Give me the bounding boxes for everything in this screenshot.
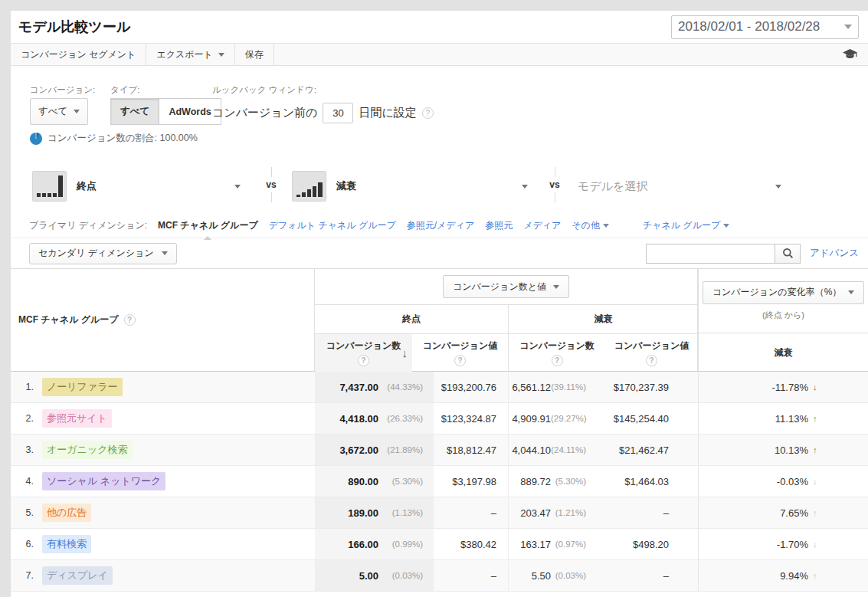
channel-label: 有料検索: [42, 535, 91, 553]
export-button[interactable]: エクスポート: [146, 44, 234, 65]
cell-percent-change: 9.94% ↑: [698, 560, 868, 591]
save-button[interactable]: 保存: [235, 44, 274, 65]
dimension-other[interactable]: その他: [572, 219, 609, 232]
conversion-ratio-text: コンバージョン数の割合: 100.00%: [47, 132, 198, 145]
row-rank: 4.: [17, 476, 34, 487]
group-header-last-interaction: 終点: [315, 305, 509, 333]
cell-value-model2: –: [594, 497, 698, 528]
primary-dimension-label: プライマリ ディメンション:: [29, 219, 147, 232]
channel-label: オーガニック検索: [42, 441, 133, 459]
table-search: アドバンス: [646, 244, 859, 264]
cell-conversions-model2: 163.17 (0.97%): [509, 529, 594, 559]
cell-value-model2: $21,462.47: [594, 435, 698, 465]
chevron-down-icon: [603, 224, 609, 228]
toolbar: コンバージョン セグメント エクスポート 保存: [11, 44, 868, 66]
search-button[interactable]: [775, 244, 801, 264]
table-row: 4. ソーシャル ネットワーク 890.00 (5.30%) $3,197.98…: [11, 466, 868, 497]
cell-value-model2: –: [594, 560, 698, 591]
dimension-mcf-channel-group[interactable]: MCF チャネル グループ: [158, 219, 258, 232]
cell-conversions-model2: 203.47 (1.21%): [509, 497, 594, 528]
date-range-selector[interactable]: 2018/02/01 - 2018/02/28: [671, 15, 859, 39]
cell-conversions-model1: 5.00 (0.03%): [315, 560, 434, 591]
help-icon[interactable]: ?: [422, 107, 434, 119]
chevron-down-icon: [775, 185, 781, 189]
cell-value-model2: $498.20: [594, 529, 698, 559]
cell-conversions-model2: 4,909.91 (29.27%): [509, 403, 594, 434]
cell-percent-change: -1.70% ↓: [698, 529, 868, 559]
change-metric-dropdown[interactable]: コンバージョンの変化率（%）: [703, 281, 865, 304]
trend-arrow-icon: ↑: [813, 571, 821, 580]
column-header-value-2[interactable]: コンバージョン値 ?: [605, 334, 698, 372]
channel-label: 参照元サイト: [42, 409, 112, 428]
chevron-down-icon: [74, 110, 80, 113]
help-icon[interactable]: ?: [454, 355, 466, 366]
cell-value-model1: $123,324.87: [434, 403, 509, 434]
help-icon[interactable]: ?: [552, 355, 563, 366]
model-selectors: 終点 vs 減衰 vs モデルを選択: [11, 161, 868, 213]
row-rank: 6.: [17, 539, 34, 549]
dimension-source[interactable]: 参照元: [485, 219, 513, 232]
column-header-value-1[interactable]: コンバージョン値 ?: [412, 334, 509, 372]
cell-value-model1: $3,197.98: [434, 466, 509, 497]
search-input[interactable]: [646, 244, 775, 264]
help-icon[interactable]: ?: [646, 355, 657, 366]
conversion-segments-button[interactable]: コンバージョン セグメント: [11, 44, 146, 65]
row-rank: 2.: [17, 413, 34, 424]
table-row: 3. オーガニック検索 3,672.00 (21.89%) $18,812.47…: [11, 435, 868, 466]
model2-selector[interactable]: 減衰: [292, 169, 528, 204]
cell-conversions-model2: 889.72 (5.30%): [509, 466, 594, 497]
trend-arrow-icon: ↑: [813, 414, 821, 423]
row-rank: 5.: [17, 507, 34, 518]
dimension-channel-groupings[interactable]: チャネル グループ: [643, 219, 729, 232]
vs-separator: vs: [264, 167, 279, 202]
table-row: 2. 参照元サイト 4,418.00 (26.33%) $123,324.87 …: [11, 403, 868, 435]
dimension-default-channel-group[interactable]: デフォルト チャネル グループ: [269, 219, 396, 232]
secondary-dimension-button[interactable]: セカンダリ ディメンション: [29, 243, 177, 264]
channel-label: ディスプレイ: [42, 566, 113, 585]
model1-selector[interactable]: 終点: [32, 169, 241, 204]
search-icon: [782, 248, 794, 259]
chevron-down-icon: [553, 285, 559, 289]
filter-panel: コンバージョン: タイプ: ルックバック ウィンドウ: すべて すべて AdWo…: [11, 66, 868, 161]
primary-dimension-row: プライマリ ディメンション: MCF チャネル グループ デフォルト チャネル …: [11, 213, 868, 238]
cell-value-model1: –: [434, 560, 509, 591]
row-rank: 1.: [17, 382, 34, 392]
time-decay-model-icon: [292, 171, 326, 202]
dimension-medium[interactable]: メディア: [523, 219, 561, 232]
conversion-ratio: コンバージョン数の割合: 100.00%: [30, 132, 198, 145]
model3-placeholder: モデルを選択: [578, 179, 647, 194]
trend-arrow-icon: ↓: [813, 382, 821, 392]
type-label: タイプ:: [110, 84, 140, 96]
cell-conversions-model1: 4,418.00 (26.33%): [315, 403, 434, 434]
chevron-down-icon: [234, 185, 241, 189]
cell-conversions-model1: 189.00 (1.13%): [315, 497, 434, 528]
group-header-time-decay: 減衰: [509, 305, 698, 333]
row-rank: 3.: [17, 444, 34, 455]
lookback-days-input[interactable]: [323, 103, 353, 123]
help-icon[interactable]: ?: [358, 355, 369, 366]
channel-label: ソーシャル ネットワーク: [42, 472, 165, 490]
model3-selector[interactable]: モデルを選択: [578, 169, 781, 204]
trend-arrow-icon: ↓: [813, 477, 821, 486]
chevron-down-icon: [162, 251, 168, 255]
metric-selector-dropdown[interactable]: コンバージョン数と値: [443, 275, 569, 298]
table-row: 6. 有料検索 166.00 (0.99%) $380.42 163.17 (0…: [11, 529, 868, 560]
row-rank: 7.: [17, 570, 34, 581]
column-header-conversions-1[interactable]: コンバージョン数 ? ↓: [315, 334, 412, 372]
cell-value-model2: $1,464.03: [594, 466, 698, 497]
cell-value-model1: –: [434, 497, 509, 528]
secondary-dimension-row: セカンダリ ディメンション アドバンス: [11, 238, 868, 268]
dimension-source-medium[interactable]: 参照元/メディア: [407, 219, 474, 232]
type-all-button[interactable]: すべて: [110, 98, 159, 125]
education-button[interactable]: [843, 44, 868, 65]
table-row: 7. ディスプレイ 5.00 (0.03%) – 5.50 (0.03%) – …: [11, 560, 868, 592]
advanced-link[interactable]: アドバンス: [810, 247, 859, 260]
cell-value-model1: $18,812.47: [434, 435, 509, 465]
cell-value-model2: $170,237.39: [594, 372, 698, 402]
cell-percent-change: 10.13% ↑: [698, 435, 868, 465]
help-icon[interactable]: ?: [124, 314, 136, 326]
conversion-dropdown[interactable]: すべて: [30, 98, 88, 125]
chevron-down-icon: [522, 185, 528, 189]
lookback-label: ルックバック ウィンドウ:: [212, 84, 316, 96]
column-header-conversions-2[interactable]: コンバージョン数 ?: [509, 334, 605, 372]
